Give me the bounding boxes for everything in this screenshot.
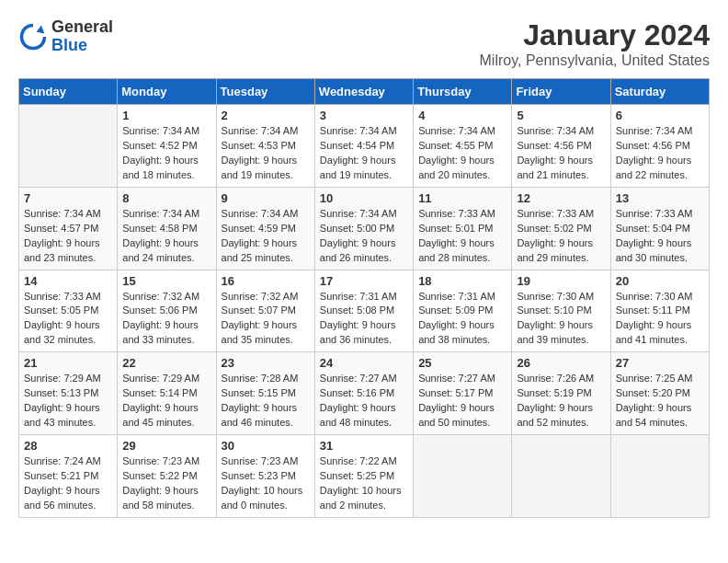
day-number: 26 xyxy=(517,356,605,370)
day-number: 11 xyxy=(418,191,506,205)
sunrise-text: Sunrise: 7:34 AM xyxy=(222,207,310,222)
daylight-text: Daylight: 9 hours and 20 minutes. xyxy=(418,154,506,183)
day-number: 28 xyxy=(24,439,112,453)
sunrise-text: Sunrise: 7:26 AM xyxy=(517,372,605,386)
page-header: General Blue January 2024 Milroy, Pennsy… xyxy=(18,18,710,69)
sunset-text: Sunset: 4:54 PM xyxy=(320,139,408,154)
sunset-text: Sunset: 5:04 PM xyxy=(616,222,704,236)
calendar-table: SundayMondayTuesdayWednesdayThursdayFrid… xyxy=(18,78,710,518)
calendar-cell: 29 Sunrise: 7:23 AM Sunset: 5:22 PM Dayl… xyxy=(118,435,216,518)
sunset-text: Sunset: 5:11 PM xyxy=(616,304,704,318)
day-number: 29 xyxy=(122,439,210,453)
calendar-cell: 12 Sunrise: 7:33 AM Sunset: 5:02 PM Dayl… xyxy=(512,187,610,270)
weekday-header-thursday: Thursday xyxy=(414,79,512,105)
daylight-text: Daylight: 9 hours and 32 minutes. xyxy=(24,318,112,348)
day-number: 27 xyxy=(616,356,704,370)
daylight-text: Daylight: 9 hours and 54 minutes. xyxy=(616,401,704,431)
weekday-header-friday: Friday xyxy=(512,79,610,105)
sunrise-text: Sunrise: 7:30 AM xyxy=(517,290,605,304)
sunrise-text: Sunrise: 7:33 AM xyxy=(517,207,605,222)
sunset-text: Sunset: 5:00 PM xyxy=(320,222,408,236)
sunset-text: Sunset: 5:05 PM xyxy=(24,304,112,318)
daylight-text: Daylight: 9 hours and 43 minutes. xyxy=(24,401,112,431)
day-number: 21 xyxy=(24,356,112,370)
daylight-text: Daylight: 9 hours and 26 minutes. xyxy=(320,236,408,266)
daylight-text: Daylight: 9 hours and 41 minutes. xyxy=(616,318,704,348)
sunrise-text: Sunrise: 7:34 AM xyxy=(517,124,605,139)
sunrise-text: Sunrise: 7:22 AM xyxy=(320,454,408,469)
sunset-text: Sunset: 5:22 PM xyxy=(122,469,210,484)
day-number: 18 xyxy=(418,274,506,288)
sunset-text: Sunset: 4:58 PM xyxy=(122,222,210,236)
calendar-cell: 3 Sunrise: 7:34 AM Sunset: 4:54 PM Dayli… xyxy=(314,105,413,188)
day-number: 15 xyxy=(122,274,210,288)
weekday-header-monday: Monday xyxy=(118,79,216,105)
calendar-cell: 20 Sunrise: 7:30 AM Sunset: 5:11 PM Dayl… xyxy=(610,270,709,352)
day-number: 30 xyxy=(222,439,310,453)
sunrise-text: Sunrise: 7:31 AM xyxy=(418,290,506,304)
sunrise-text: Sunrise: 7:34 AM xyxy=(616,124,704,139)
sunrise-text: Sunrise: 7:29 AM xyxy=(122,372,210,386)
month-title: January 2024 xyxy=(480,18,710,52)
daylight-text: Daylight: 9 hours and 35 minutes. xyxy=(222,318,310,348)
day-number: 9 xyxy=(222,191,310,205)
daylight-text: Daylight: 9 hours and 56 minutes. xyxy=(24,484,112,513)
day-number: 22 xyxy=(122,356,210,370)
daylight-text: Daylight: 9 hours and 46 minutes. xyxy=(222,401,310,431)
daylight-text: Daylight: 9 hours and 33 minutes. xyxy=(122,318,210,348)
sunset-text: Sunset: 5:16 PM xyxy=(320,386,408,401)
day-number: 2 xyxy=(222,109,310,122)
daylight-text: Daylight: 9 hours and 24 minutes. xyxy=(122,236,210,266)
calendar-cell: 6 Sunrise: 7:34 AM Sunset: 4:56 PM Dayli… xyxy=(610,105,709,188)
sunset-text: Sunset: 4:53 PM xyxy=(222,139,310,154)
logo-line1: General xyxy=(51,18,113,37)
calendar-cell: 17 Sunrise: 7:31 AM Sunset: 5:08 PM Dayl… xyxy=(314,270,413,352)
weekday-header-sunday: Sunday xyxy=(19,79,118,105)
day-number: 25 xyxy=(418,356,506,370)
day-number: 4 xyxy=(418,109,506,122)
calendar-week-row: 28 Sunrise: 7:24 AM Sunset: 5:21 PM Dayl… xyxy=(19,435,710,518)
sunrise-text: Sunrise: 7:34 AM xyxy=(320,124,408,139)
calendar-cell: 7 Sunrise: 7:34 AM Sunset: 4:57 PM Dayli… xyxy=(19,187,118,270)
calendar-cell xyxy=(19,105,118,188)
sunrise-text: Sunrise: 7:34 AM xyxy=(418,124,506,139)
daylight-text: Daylight: 9 hours and 19 minutes. xyxy=(222,154,310,183)
day-number: 7 xyxy=(24,191,112,205)
sunset-text: Sunset: 5:09 PM xyxy=(418,304,506,318)
sunset-text: Sunset: 5:07 PM xyxy=(222,304,310,318)
daylight-text: Daylight: 9 hours and 48 minutes. xyxy=(320,401,408,431)
calendar-cell: 4 Sunrise: 7:34 AM Sunset: 4:55 PM Dayli… xyxy=(414,105,512,188)
daylight-text: Daylight: 9 hours and 25 minutes. xyxy=(222,236,310,266)
day-number: 23 xyxy=(222,356,310,370)
sunset-text: Sunset: 5:15 PM xyxy=(222,386,310,401)
day-number: 6 xyxy=(616,109,704,122)
sunset-text: Sunset: 4:57 PM xyxy=(24,222,112,236)
sunrise-text: Sunrise: 7:33 AM xyxy=(616,207,704,222)
sunset-text: Sunset: 4:56 PM xyxy=(616,139,704,154)
calendar-cell: 18 Sunrise: 7:31 AM Sunset: 5:09 PM Dayl… xyxy=(414,270,512,352)
daylight-text: Daylight: 9 hours and 30 minutes. xyxy=(616,236,704,266)
daylight-text: Daylight: 9 hours and 23 minutes. xyxy=(24,236,112,266)
calendar-cell: 27 Sunrise: 7:25 AM Sunset: 5:20 PM Dayl… xyxy=(610,352,709,435)
sunset-text: Sunset: 5:25 PM xyxy=(320,469,408,484)
daylight-text: Daylight: 9 hours and 29 minutes. xyxy=(517,236,605,266)
day-number: 3 xyxy=(320,109,408,122)
daylight-text: Daylight: 10 hours and 0 minutes. xyxy=(222,484,310,513)
day-number: 24 xyxy=(320,356,408,370)
sunrise-text: Sunrise: 7:27 AM xyxy=(320,372,408,386)
logo-icon xyxy=(18,22,48,52)
weekday-header-saturday: Saturday xyxy=(610,79,709,105)
sunrise-text: Sunrise: 7:27 AM xyxy=(418,372,506,386)
weekday-header-row: SundayMondayTuesdayWednesdayThursdayFrid… xyxy=(19,79,710,105)
sunrise-text: Sunrise: 7:34 AM xyxy=(122,124,210,139)
daylight-text: Daylight: 9 hours and 38 minutes. xyxy=(418,318,506,348)
sunrise-text: Sunrise: 7:32 AM xyxy=(222,290,310,304)
logo-line2: Blue xyxy=(51,37,113,55)
calendar-cell: 16 Sunrise: 7:32 AM Sunset: 5:07 PM Dayl… xyxy=(216,270,314,352)
calendar-week-row: 21 Sunrise: 7:29 AM Sunset: 5:13 PM Dayl… xyxy=(19,352,710,435)
location: Milroy, Pennsylvania, United States xyxy=(480,52,710,69)
sunrise-text: Sunrise: 7:24 AM xyxy=(24,454,112,469)
title-block: January 2024 Milroy, Pennsylvania, Unite… xyxy=(480,18,710,69)
calendar-cell: 14 Sunrise: 7:33 AM Sunset: 5:05 PM Dayl… xyxy=(19,270,118,352)
sunset-text: Sunset: 5:13 PM xyxy=(24,386,112,401)
